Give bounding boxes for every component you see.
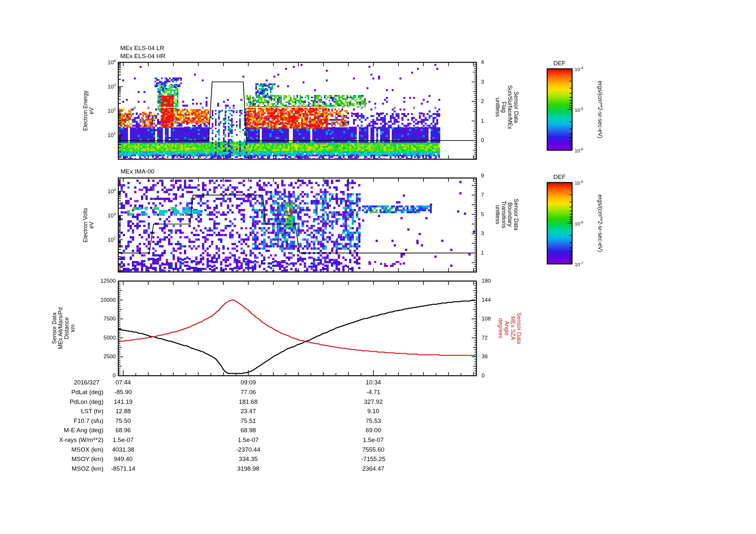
boundary-axis-tick-label: 1 — [481, 250, 484, 256]
colorbar1-title: DEF — [554, 60, 566, 67]
distance-axis-tick-label: 10000 — [100, 297, 116, 303]
table-cell-value: 141.19 — [114, 398, 132, 405]
flag-axis-tick-label: 3 — [481, 79, 484, 85]
table-cell-value: 2364.47 — [362, 465, 385, 472]
table-cell-value: 69.00 — [365, 427, 381, 434]
table-cell-value: -4.71 — [366, 389, 380, 396]
colorbar-tick-label: 10-5 — [575, 180, 583, 186]
colorbar-tick-label: 10-6 — [575, 220, 583, 226]
colorbar-tick-label: 10-5 — [575, 107, 583, 113]
table-cell-value: 75.50 — [115, 418, 131, 424]
panel2-title: MEx IMA-00 — [121, 168, 154, 175]
table-cell-value: 1.5e-07 — [363, 436, 384, 444]
table-row-label: MSOX (km) — [71, 446, 103, 453]
colorbar2-title: DEF — [554, 173, 566, 181]
time-label-0: 07:44 — [115, 379, 131, 386]
colorbar-tick-label: 10-7 — [575, 261, 583, 267]
table-cell-value: 334.35 — [239, 455, 257, 463]
table-cell-value: -85.90 — [114, 389, 132, 396]
sza-axis-tick-label: 144 — [482, 297, 491, 303]
sza-axis-tick-label: 108 — [482, 316, 491, 322]
colorbar-tick-label: 10-4 — [575, 66, 583, 72]
panel2-ylabel: Electron VoltseV — [82, 208, 95, 242]
table-cell-value: 75.53 — [365, 418, 381, 424]
table-cell-value: 7555.60 — [362, 446, 385, 453]
table-row-label: M-E Ang (deg) — [64, 427, 104, 434]
table-cell-value: -2370.44 — [236, 446, 260, 453]
table-cell-value: 68.98 — [240, 427, 256, 434]
table-row-label: MSOZ (km) — [72, 465, 103, 472]
table-cell-value: 75.51 — [240, 418, 256, 424]
table-row-label: F10.7 (sfu) — [74, 418, 103, 424]
boundary-axis-tick-label: 7 — [481, 192, 484, 198]
table-cell-value: 1.5e-07 — [238, 436, 258, 444]
table-cell-value: 3198.98 — [237, 465, 259, 472]
flag-axis-tick-label: 4 — [481, 59, 484, 65]
panel1-title-line2: MEx ELS-04 HR — [120, 53, 165, 60]
table-cell-value: 4031.38 — [112, 446, 134, 453]
table-row-label: PdLat (deg) — [71, 389, 103, 396]
sza-axis-tick-label: 36 — [482, 353, 488, 360]
distance-axis-tick-label: 12500 — [100, 278, 116, 284]
table-cell-value: 77.06 — [240, 389, 256, 396]
table-cell-value: 1.5e-07 — [113, 436, 133, 444]
yaxis-tick-label: 102 — [108, 107, 116, 114]
panel2-right-label: Sensor DataBoundaryTransitionsunitless — [495, 199, 519, 230]
panel1-title-line1: MEx ELS-04 LR — [120, 44, 164, 52]
yaxis-tick-label: 103 — [108, 212, 116, 219]
boundary-axis-tick-label: 3 — [481, 230, 484, 237]
distance-axis-tick-label: 5000 — [103, 335, 116, 341]
table-cell-value: -8571.14 — [111, 465, 135, 472]
table-cell-value: 12.88 — [115, 408, 131, 415]
distance-axis-tick-label: 7500 — [103, 316, 116, 322]
date-label: 2016/327 — [74, 379, 99, 386]
yaxis-tick-label: 101 — [108, 132, 116, 139]
table-cell-value: 23.47 — [240, 408, 256, 415]
sza-axis-tick-label: 0 — [482, 372, 484, 379]
labels-overlay: MEx ELS-04 LR MEx ELS-04 HR MEx IMA-00 D… — [0, 0, 756, 534]
colorbar1-unit-label: ergs/(cm**2-sr-sec-eV) — [597, 81, 603, 138]
table-cell-value: 327.92 — [364, 398, 383, 405]
table-cell-value: 68.96 — [115, 427, 131, 434]
yaxis-tick-label: 104 — [108, 59, 116, 66]
table-cell-value: 181.68 — [239, 398, 257, 405]
colorbar2-unit-label: ergs/(cm**2-sr-sec-eV) — [597, 194, 603, 252]
distance-axis-tick-label: 0 — [113, 372, 116, 379]
flag-axis-tick-label: 1 — [481, 118, 484, 124]
table-row-label: X-rays (W/m**2) — [59, 436, 103, 444]
time-label-2: 10:34 — [365, 379, 381, 386]
plot-page: MEx ELS-04 LR MEx ELS-04 HR MEx IMA-00 D… — [0, 0, 756, 534]
table-row-label: MSOY (km) — [71, 455, 103, 463]
panel1-right-label: Sensor DataSun/Surface/MExFlagunitless — [495, 85, 519, 129]
flag-axis-tick-label: 2 — [481, 98, 484, 105]
table-cell-value: -7155.25 — [361, 455, 385, 463]
yaxis-tick-label: 102 — [108, 236, 116, 243]
yaxis-tick-label: 104 — [108, 188, 116, 195]
table-row-label: LST (hr) — [81, 408, 103, 415]
boundary-axis-tick-label: 9 — [481, 172, 484, 179]
panel3-ylabel: Sensor DataMEx Alt/Mars/PdDistancekm — [51, 307, 76, 349]
boundary-axis-tick-label: 5 — [481, 211, 484, 218]
sza-axis-tick-label: 72 — [482, 335, 488, 341]
time-label-1: 09:09 — [240, 379, 256, 386]
panel3-sza-label: Sensor DataMEx SZAAngledegrees — [498, 312, 522, 344]
sza-axis-tick-label: 180 — [482, 278, 491, 284]
distance-axis-tick-label: 2500 — [103, 353, 116, 360]
flag-axis-tick-label: 0 — [481, 137, 484, 144]
table-cell-value: 949.40 — [114, 455, 132, 463]
yaxis-tick-label: 103 — [108, 83, 116, 90]
table-row-label: PdLon (deg) — [69, 398, 103, 405]
panel1-ylabel: Electron EnergyeV — [82, 91, 95, 131]
colorbar-tick-label: 10-6 — [575, 147, 583, 153]
table-cell-value: 9.10 — [367, 408, 379, 415]
